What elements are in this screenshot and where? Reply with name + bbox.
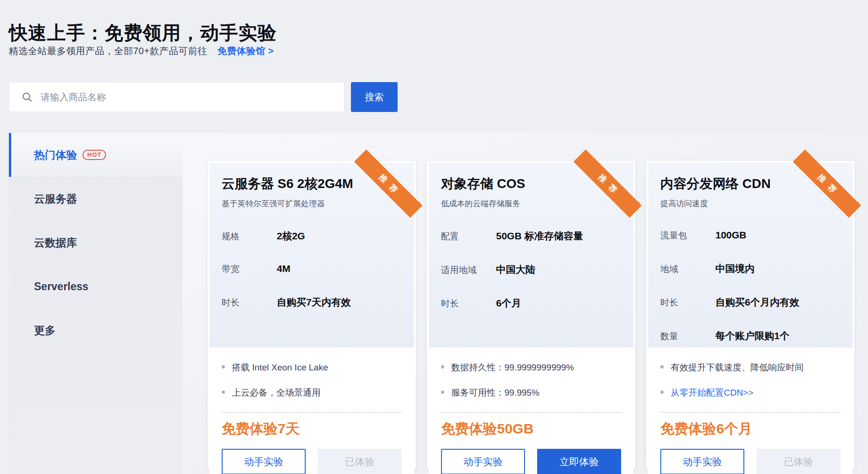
card-body: 数据持久性：99.9999999999% 服务可用性：99.995% 免费体验5…: [429, 348, 633, 474]
spec-list: 配置 50GB 标准存储容量 适用地域 中国大陆 时长 6个月: [441, 230, 621, 310]
spec-value: 6个月: [496, 297, 521, 310]
spec-row: 带宽 4M: [222, 263, 402, 275]
spec-value: 自购买7天内有效: [277, 296, 351, 309]
bullet-dot-icon: [222, 390, 225, 394]
spec-label: 时长: [660, 297, 715, 309]
search-button[interactable]: 搜索: [351, 82, 398, 112]
spec-row: 时长 6个月: [441, 297, 621, 310]
spec-label: 流量包: [660, 230, 715, 242]
spec-row: 配置 50GB 标准存储容量: [441, 230, 621, 243]
card-subtitle: 基于英特尔至强可扩展处理器: [222, 198, 402, 209]
search-input[interactable]: [40, 91, 344, 103]
bullet-text: 上云必备，全场景通用: [232, 387, 321, 399]
spec-row: 地域 中国境内: [660, 262, 840, 275]
bullet-text: 服务可用性：99.995%: [451, 387, 539, 399]
sidebar-item-serverless[interactable]: Serverless: [9, 265, 182, 308]
product-card-cdn: 推荐 内容分发网络 CDN 提高访问速度 流量包 100GB 地域 中国境内 时…: [646, 161, 854, 469]
sidebar-item-label: 云数据库: [34, 236, 77, 250]
spec-value: 中国大陆: [496, 263, 535, 276]
sidebar-item-clouddb[interactable]: 云数据库: [9, 221, 182, 265]
spec-row: 流量包 100GB: [660, 230, 840, 242]
promo-text: 免费体验7天: [222, 419, 402, 439]
hands-on-lab-button[interactable]: 动手实验: [222, 449, 306, 474]
sidebar-item-label: 更多: [34, 323, 56, 338]
spec-list: 流量包 100GB 地域 中国境内 时长 自购买6个月内有效 数量 每个账户限购…: [660, 230, 840, 342]
dotted-divider: [222, 412, 402, 413]
dotted-divider: [441, 412, 621, 413]
card-actions: 动手实验 已体验: [222, 449, 402, 474]
spec-row: 时长 自购买7天内有效: [222, 296, 402, 309]
bullet-dot-icon: [441, 390, 444, 394]
spec-row: 规格 2核2G: [222, 230, 402, 243]
bullet-text: 搭载 Intel Xeon Ice Lake: [232, 362, 328, 374]
bullet-text: 有效提升下载速度、降低响应时间: [671, 362, 804, 374]
sidebar-item-label: Serverless: [34, 280, 88, 293]
spec-row: 时长 自购买6个月内有效: [660, 296, 840, 309]
card-actions: 动手实验 立即体验: [441, 449, 621, 474]
card-subtitle: 提高访问速度: [660, 198, 840, 209]
spec-label: 时长: [441, 298, 496, 310]
try-now-button[interactable]: 立即体验: [537, 449, 621, 474]
promo-text: 免费体验6个月: [660, 419, 840, 439]
hands-on-lab-button[interactable]: 动手实验: [441, 449, 525, 474]
bullet-dot-icon: [660, 365, 664, 369]
card-body: 有效提升下载速度、降低响应时间 从零开始配置CDN>> 免费体验6个月 动手实验…: [648, 348, 853, 474]
search-bar: 搜索: [9, 82, 398, 112]
feature-bullet: 搭载 Intel Xeon Ice Lake: [222, 362, 402, 374]
feature-bullet: 数据持久性：99.9999999999%: [441, 362, 621, 374]
category-sidebar: 热门体验 HOT 云服务器 云数据库 Serverless 更多: [9, 133, 182, 474]
already-tried-button: 已体验: [756, 449, 840, 474]
search-box[interactable]: [9, 82, 344, 112]
bullet-dot-icon: [222, 365, 225, 369]
sidebar-item-hot[interactable]: 热门体验 HOT: [9, 133, 182, 177]
search-icon: [21, 91, 33, 103]
sidebar-item-label: 云服务器: [34, 192, 77, 206]
bullet-dot-icon: [660, 390, 664, 394]
feature-bullet: 上云必备，全场景通用: [222, 387, 402, 399]
subtitle-text: 精选全站最多领用产品，全部70+款产品可前往: [9, 46, 207, 56]
spec-label: 规格: [222, 230, 277, 243]
spec-label: 数量: [660, 330, 715, 342]
spec-value: 2核2G: [277, 230, 305, 243]
spec-label: 地域: [660, 263, 715, 275]
product-card-cos: 推荐 对象存储 COS 低成本的云端存储服务 配置 50GB 标准存储容量 适用…: [427, 161, 635, 469]
feature-bullet: 从零开始配置CDN>>: [660, 387, 840, 399]
spec-label: 时长: [222, 297, 277, 309]
bullet-text: 数据持久性：99.9999999999%: [451, 362, 574, 374]
already-tried-button: 已体验: [318, 449, 402, 474]
hot-badge: HOT: [83, 150, 106, 160]
feature-bullet: 服务可用性：99.995%: [441, 387, 621, 399]
spec-list: 规格 2核2G 带宽 4M 时长 自购买7天内有效: [222, 230, 402, 309]
promo-text: 免费体验50GB: [441, 419, 621, 439]
page-subtitle: 精选全站最多领用产品，全部70+款产品可前往 免费体验馆 >: [9, 45, 274, 57]
card-subtitle: 低成本的云端存储服务: [441, 198, 621, 209]
dotted-divider: [660, 412, 840, 413]
spec-value: 中国境内: [715, 262, 755, 275]
card-actions: 动手实验 已体验: [660, 449, 840, 474]
feature-bullet: 有效提升下载速度、降低响应时间: [660, 362, 840, 374]
free-trial-hall-link[interactable]: 免费体验馆 >: [217, 46, 274, 56]
spec-row: 数量 每个账户限购1个: [660, 329, 840, 342]
page-title: 快速上手：免费领用，动手实验: [9, 20, 277, 46]
spec-label: 配置: [441, 230, 496, 243]
bullet-dot-icon: [441, 365, 444, 369]
spec-value: 100GB: [715, 230, 747, 241]
spec-value: 50GB 标准存储容量: [496, 230, 583, 243]
spec-value: 4M: [277, 263, 290, 274]
sidebar-item-label: 热门体验: [34, 148, 77, 162]
hands-on-lab-button[interactable]: 动手实验: [660, 449, 744, 474]
product-card-cvm: 推荐 云服务器 S6 2核2G4M 基于英特尔至强可扩展处理器 规格 2核2G …: [208, 161, 416, 469]
spec-row: 适用地域 中国大陆: [441, 263, 621, 276]
product-card-list: 推荐 云服务器 S6 2核2G4M 基于英特尔至强可扩展处理器 规格 2核2G …: [208, 161, 854, 469]
spec-label: 适用地域: [441, 264, 496, 276]
card-body: 搭载 Intel Xeon Ice Lake 上云必备，全场景通用 免费体验7天…: [210, 348, 414, 474]
spec-value: 每个账户限购1个: [715, 329, 790, 342]
sidebar-item-more[interactable]: 更多: [9, 308, 182, 352]
configure-cdn-link[interactable]: 从零开始配置CDN>>: [671, 387, 753, 399]
spec-value: 自购买6个月内有效: [715, 296, 799, 309]
spec-label: 带宽: [222, 263, 277, 275]
sidebar-item-cvm[interactable]: 云服务器: [9, 177, 182, 221]
